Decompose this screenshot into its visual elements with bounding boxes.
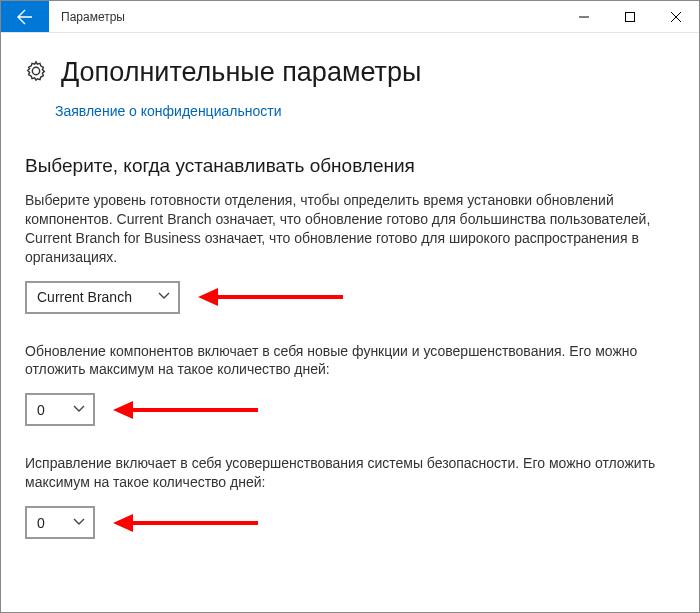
annotation-arrow <box>113 402 258 418</box>
maximize-icon <box>625 12 635 22</box>
feature-defer-value: 0 <box>37 402 45 418</box>
annotation-arrow <box>113 515 258 531</box>
feature-defer-description: Обновление компонентов включает в себя н… <box>25 342 675 380</box>
content-area: Дополнительные параметры Заявление о кон… <box>1 33 699 539</box>
back-arrow-icon <box>17 9 33 25</box>
close-button[interactable] <box>653 1 699 32</box>
back-button[interactable] <box>1 1 49 32</box>
titlebar-spacer <box>137 1 561 32</box>
branch-description: Выберите уровень готовности отделения, ч… <box>25 191 675 267</box>
section-heading: Выберите, когда устанавливать обновления <box>25 155 675 177</box>
chevron-down-icon <box>73 515 85 531</box>
maximize-button[interactable] <box>607 1 653 32</box>
annotation-arrow <box>198 289 343 305</box>
gear-icon <box>25 60 47 86</box>
minimize-button[interactable] <box>561 1 607 32</box>
privacy-statement-link[interactable]: Заявление о конфиденциальности <box>55 103 281 119</box>
quality-defer-value: 0 <box>37 515 45 531</box>
branch-dropdown-value: Current Branch <box>37 289 132 305</box>
quality-defer-dropdown[interactable]: 0 <box>25 506 95 539</box>
titlebar: Параметры <box>1 1 699 33</box>
close-icon <box>671 12 681 22</box>
page-title: Дополнительные параметры <box>61 57 421 88</box>
chevron-down-icon <box>73 402 85 418</box>
window-title: Параметры <box>49 1 137 32</box>
quality-defer-description: Исправление включает в себя усовершенств… <box>25 454 675 492</box>
chevron-down-icon <box>158 289 170 305</box>
branch-dropdown[interactable]: Current Branch <box>25 281 180 314</box>
page-header: Дополнительные параметры <box>25 57 675 88</box>
svg-rect-0 <box>626 12 635 21</box>
feature-defer-dropdown[interactable]: 0 <box>25 393 95 426</box>
minimize-icon <box>579 12 589 22</box>
